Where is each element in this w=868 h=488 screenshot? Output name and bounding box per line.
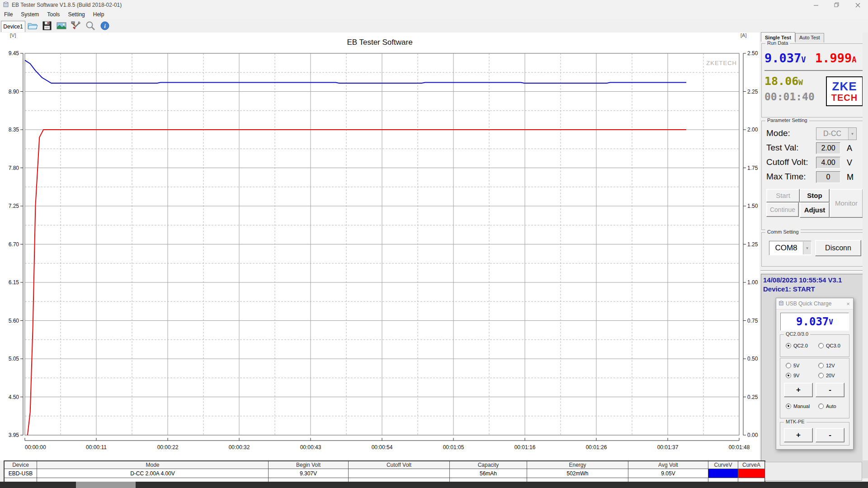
com-port-select[interactable]: COM8 ▼ — [769, 241, 811, 255]
run-data-caption: Run Data — [765, 40, 790, 46]
qc-plus-button[interactable]: + — [784, 383, 813, 397]
tools-icon[interactable] — [70, 20, 82, 32]
open-folder-icon[interactable] — [27, 20, 38, 32]
zketech-logo: ZKE TECH — [826, 76, 863, 106]
adjust-button[interactable]: Adjust — [800, 202, 830, 218]
svg-text:00:00:11: 00:00:11 — [86, 444, 107, 450]
svg-text:00:00:22: 00:00:22 — [157, 444, 179, 450]
qc-voltage-display: 8.8889.037V — [780, 313, 849, 331]
svg-text:2.00: 2.00 — [747, 127, 758, 133]
svg-text:1.50: 1.50 — [747, 203, 758, 209]
menu-item-system[interactable]: System — [17, 10, 43, 19]
col-header-device: Device — [5, 461, 37, 469]
curvea-color-swatch — [738, 469, 764, 478]
tab-device1[interactable]: Device1 — [1, 21, 25, 32]
radio-qc30[interactable]: QC3.0 — [818, 343, 840, 348]
svg-text:0.25: 0.25 — [747, 394, 758, 400]
app-icon — [3, 1, 9, 9]
svg-text:8.90: 8.90 — [9, 89, 19, 95]
menu-item-file[interactable]: File — [0, 10, 17, 19]
radio-9v[interactable]: 9V — [786, 373, 799, 378]
chevron-down-icon: ▼ — [803, 242, 811, 254]
current-display: 1.999 — [815, 51, 852, 65]
menu-item-setting[interactable]: Setting — [64, 10, 89, 19]
comm-setting-group: Comm Setting COM8 ▼ Disconn — [761, 232, 867, 267]
testval-unit: A — [847, 144, 852, 153]
radio-manual[interactable]: Manual — [786, 404, 810, 409]
run-data-divider — [764, 70, 863, 71]
parameter-setting-caption: Parameter Setting — [765, 117, 809, 123]
testval-input[interactable]: 2.00 — [816, 142, 840, 154]
image-icon[interactable] — [56, 20, 67, 32]
mtk-pe-group: MTK-PE + - — [780, 422, 849, 446]
svg-text:3.95: 3.95 — [9, 432, 19, 438]
menu-bar: File System Tools Setting Help — [0, 10, 868, 19]
svg-text:00:01:05: 00:01:05 — [443, 444, 464, 450]
minimize-button[interactable] — [806, 0, 826, 10]
cell-avg-volt: 9.05V — [628, 469, 708, 478]
monitor-button[interactable]: Monitor — [830, 189, 863, 218]
mode-label: Mode: — [766, 127, 790, 139]
save-icon[interactable] — [41, 20, 53, 32]
comm-setting-caption: Comm Setting — [765, 229, 801, 235]
power-display: 18.06 — [764, 75, 798, 88]
stop-button[interactable]: Stop — [800, 189, 830, 202]
maxtime-unit: M — [847, 173, 854, 182]
svg-text:7.25: 7.25 — [9, 203, 19, 209]
cutoff-input[interactable]: 4.00 — [816, 157, 840, 169]
table-side-panel — [765, 462, 862, 481]
maxtime-label: Max Time: — [766, 171, 806, 183]
qc-protocol-caption: QC2.0/3.0 — [784, 331, 810, 337]
mtk-plus-button[interactable]: + — [784, 428, 813, 442]
col-header-energy: Energy — [527, 461, 628, 469]
radio-qc20[interactable]: QC2.0 — [786, 343, 808, 348]
dialog-title-bar[interactable]: USB Quick Charge × — [776, 298, 853, 310]
mtk-minus-button[interactable]: - — [816, 428, 844, 442]
radio-auto[interactable]: Auto — [818, 404, 836, 409]
start-button[interactable]: Start — [766, 189, 800, 202]
col-header-curvea: CurveA — [738, 461, 764, 469]
col-header-avg-volt: Avg Volt — [628, 461, 708, 469]
info-icon[interactable]: i — [99, 20, 111, 32]
cell-cutoff-volt — [349, 469, 450, 478]
tab-auto-test[interactable]: Auto Test — [795, 33, 824, 42]
window-right-edge — [863, 33, 868, 460]
mtk-pe-caption: MTK-PE — [784, 419, 807, 424]
menu-item-help[interactable]: Help — [89, 10, 108, 19]
svg-text:0.50: 0.50 — [747, 356, 758, 362]
radio-12v[interactable]: 12V — [818, 363, 835, 368]
usb-quick-charge-dialog: USB Quick Charge × 8.8889.037V QC2.0/3.0… — [776, 298, 854, 450]
window-title: EB Tester Software V1.8.5 (Build 2018-02… — [12, 2, 122, 8]
radio-20v[interactable]: 20V — [818, 373, 835, 378]
power-unit: W — [798, 78, 803, 87]
dialog-close-icon[interactable]: × — [843, 300, 853, 307]
zoom-icon[interactable] — [85, 20, 96, 32]
col-header-cutoff-volt: Cutoff Volt — [349, 461, 450, 469]
voltage-display: 9.037 — [764, 51, 801, 65]
continue-button[interactable]: Continue — [766, 202, 799, 217]
qc-voltage-group: 5V 12V 9V 20V + - Manual Auto — [780, 358, 849, 418]
run-data-group: Run Data 8.8889.037V 8.8881.999A 88.8818… — [761, 43, 867, 117]
svg-text:2.25: 2.25 — [747, 89, 758, 95]
svg-text:1.75: 1.75 — [747, 165, 758, 171]
svg-text:7.80: 7.80 — [9, 165, 19, 171]
qc-minus-button[interactable]: - — [816, 383, 844, 397]
svg-text:00:00:32: 00:00:32 — [229, 444, 250, 450]
col-header-mode: Mode — [37, 461, 269, 469]
close-button[interactable] — [847, 0, 868, 10]
parameter-setting-group: Parameter Setting Mode: D-CC ▼ Test Val:… — [761, 121, 867, 230]
mode-select[interactable]: D-CC ▼ — [816, 127, 857, 140]
radio-5v[interactable]: 5V — [786, 363, 799, 368]
log-line-2: Device1: START — [763, 285, 868, 294]
svg-text:00:01:48: 00:01:48 — [729, 444, 750, 450]
dialog-title: USB Quick Charge — [786, 300, 843, 307]
svg-text:0.75: 0.75 — [747, 318, 758, 324]
svg-text:00:00:00: 00:00:00 — [25, 444, 46, 450]
dialog-icon — [778, 300, 784, 307]
svg-text:i: i — [104, 23, 106, 29]
disconnect-button[interactable]: Disconn — [815, 240, 861, 256]
menu-item-tools[interactable]: Tools — [43, 10, 64, 19]
restore-button[interactable] — [826, 0, 847, 10]
col-header-curvev: CurveV — [708, 461, 738, 469]
maxtime-input[interactable]: 0 — [816, 171, 840, 183]
